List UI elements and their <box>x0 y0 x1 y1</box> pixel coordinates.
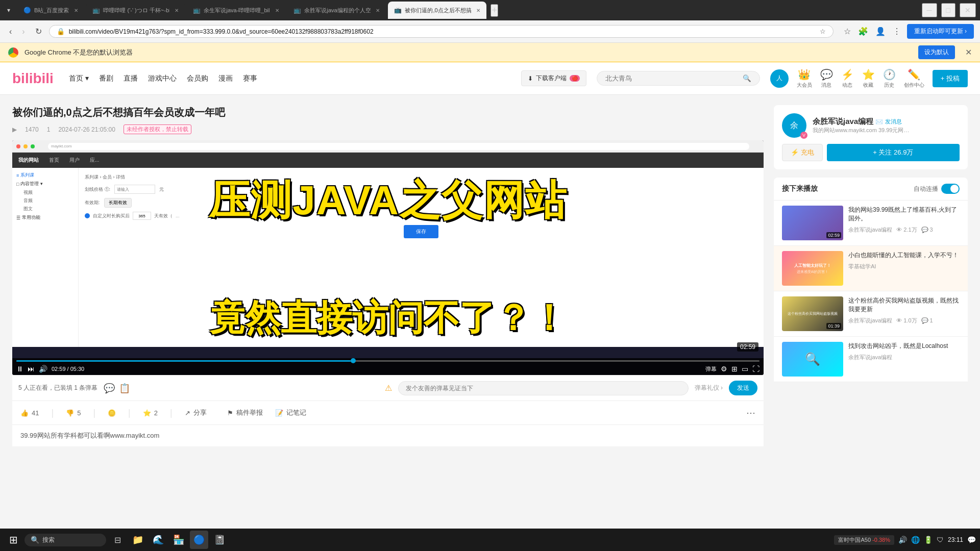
taskbar-file-explorer[interactable]: 📁 <box>129 531 147 549</box>
upload-btn[interactable]: + 投稿 <box>933 70 968 87</box>
play-pause-btn[interactable]: ⏸ <box>16 365 23 373</box>
tab-personal-space[interactable]: 📺 余胜军说java编程的个人空间-... ✕ <box>287 2 386 19</box>
report-btn[interactable]: ⚑ 稿件举报 <box>227 408 263 417</box>
danmu-list-btn[interactable]: 📋 <box>119 383 130 394</box>
email-icon[interactable]: ✉️ <box>875 118 883 126</box>
settings-btn[interactable]: ⚙ <box>721 365 727 373</box>
forward-btn[interactable]: › <box>19 25 28 38</box>
taskbar-chrome-btn[interactable]: 🔵 <box>190 531 208 549</box>
taskbar-icon-security[interactable]: 🛡 <box>937 536 944 544</box>
player-inner[interactable]: mayikt.com 我的网站 首页 用户 应... ≡ 系列课 <box>12 140 764 375</box>
tab-close-btn[interactable]: ✕ <box>275 8 279 13</box>
nav-manga[interactable]: 漫画 <box>218 74 233 83</box>
taskbar-icon-network[interactable]: 🌐 <box>911 536 920 544</box>
tab-close-btn[interactable]: ✕ <box>175 8 179 13</box>
follow-btn[interactable]: + 关注 26.9万 <box>827 144 960 161</box>
address-bar[interactable]: 🔒 bilibili.com/video/BV19m421g763/?spm_i… <box>49 25 834 38</box>
restore-btn[interactable]: □ <box>941 3 955 17</box>
start-btn[interactable]: ⊞ <box>4 531 22 549</box>
extension-btn[interactable]: 🧩 <box>856 24 870 38</box>
tab-bilibili-home[interactable]: 📺 哔哩哔哩 ('-' )つロ 千杯~-bi... ✕ <box>86 2 185 19</box>
rec-item[interactable]: 02:59 我的网站39.99既然上了维基百科,火到了国外。 余胜军说java编… <box>774 201 968 246</box>
notification-center-btn[interactable]: 💬 <box>967 536 976 544</box>
rec-item[interactable]: 这个粉丝高价买我网站盗版视频 01:39 这个粉丝高价买我网站盗版视频，既然找我… <box>774 291 968 337</box>
set-default-btn[interactable]: 设为默认 <box>918 45 955 59</box>
nav-live[interactable]: 直播 <box>124 74 138 83</box>
tab-close-btn[interactable]: ✕ <box>376 8 380 13</box>
new-tab-btn[interactable]: + <box>491 4 498 17</box>
charge-btn[interactable]: ⚡ 充电 <box>782 144 823 161</box>
danmu-input[interactable] <box>398 381 689 395</box>
nav-anime[interactable]: 番剧 <box>99 74 113 83</box>
back-btn[interactable]: ‹ <box>6 25 15 38</box>
tab-favicon: 📺 <box>293 7 301 14</box>
download-client-btn[interactable]: ⬇ 下载客户端 🔴 <box>521 70 586 86</box>
nav-home[interactable]: 首页 ▾ <box>69 74 89 83</box>
fullscreen-btn[interactable]: ⛶ <box>752 365 760 373</box>
dynamic-btn[interactable]: ⚡ 动态 <box>841 68 854 89</box>
creator-btn[interactable]: ✏️ 创作中心 <box>904 68 924 89</box>
search-bar[interactable]: 🔍 <box>597 71 760 86</box>
taskbar-right-area: 富时中国A50 -0.38% 🔊 🌐 🔋 🛡 23:11 💬 <box>834 535 976 545</box>
history-icon: 🕐 <box>883 68 896 81</box>
video-player[interactable]: mayikt.com 我的网站 首页 用户 应... ≡ 系列课 <box>12 140 764 375</box>
video-title: 被你们逼的,0点之后不想搞百年会员改成一年吧 <box>12 105 764 119</box>
like-btn[interactable]: 👍 41 <box>20 409 39 417</box>
search-btn[interactable]: 🔍 <box>743 74 751 82</box>
tab-list-btn[interactable]: ▾ <box>4 6 13 15</box>
taskbar-icon-battery[interactable]: 🔋 <box>924 536 933 544</box>
danmu-toggle-btn[interactable]: 弹幕 <box>705 365 717 373</box>
favorite-btn[interactable]: ⭐ 2 <box>143 409 158 417</box>
star-icon[interactable]: ☆ <box>820 28 826 35</box>
uploader-avatar[interactable]: 余 V <box>782 113 806 138</box>
user-avatar[interactable]: 人 <box>770 69 789 88</box>
favorite-btn[interactable]: ⭐ 收藏 <box>862 68 875 89</box>
progress-dot[interactable] <box>351 358 356 363</box>
toggle-switch[interactable] <box>941 184 960 194</box>
message-btn[interactable]: 💬 消息 <box>820 68 833 89</box>
search-input[interactable] <box>605 74 739 82</box>
bilibili-logo[interactable]: bilibili <box>12 70 54 87</box>
bookmark-btn[interactable]: ☆ <box>842 24 853 38</box>
coin-btn[interactable]: 🪙 <box>108 409 116 417</box>
mini-player-btn[interactable]: ⊞ <box>731 365 738 373</box>
danmu-icon-btn[interactable]: 💬 <box>104 383 115 394</box>
nav-game[interactable]: 游戏中心 <box>148 74 177 83</box>
minimize-btn[interactable]: ─ <box>922 3 937 17</box>
progress-bar[interactable] <box>16 360 760 362</box>
send-message-link[interactable]: 发消息 <box>885 118 902 126</box>
note-btn[interactable]: 📝 记笔记 <box>275 408 306 417</box>
nav-sports[interactable]: 赛事 <box>243 74 257 83</box>
rec-item[interactable]: 人工智能太好玩了！ 进来感受AI的厉害！ 小白也能听懂的人工智能课，入学不亏！ … <box>774 246 968 291</box>
tab-close-btn[interactable]: ✕ <box>74 8 78 13</box>
taskbar-edge-btn[interactable]: 🌊 <box>149 531 167 549</box>
nav-mall[interactable]: 会员购 <box>187 74 208 83</box>
close-btn[interactable]: ✕ <box>960 3 976 17</box>
next-btn[interactable]: ⏭ <box>28 365 35 373</box>
refresh-btn[interactable]: ↻ <box>32 24 45 38</box>
tab-b-search[interactable]: 🔵 B站_百度搜索 ✕ <box>17 2 84 19</box>
close-chrome-bar-btn[interactable]: ✕ <box>965 47 972 57</box>
volume-btn[interactable]: 🔊 <box>39 365 47 373</box>
restart-browser-btn[interactable]: 重新启动即可更新 › <box>907 24 974 39</box>
tab-close-active-btn[interactable]: ✕ <box>476 8 480 13</box>
profile-btn[interactable]: 👤 <box>873 24 888 38</box>
send-danmu-btn[interactable]: 发送 <box>729 381 757 395</box>
danmu-settings-link[interactable]: 弹幕礼仪 › <box>695 384 723 392</box>
share-btn[interactable]: ↗ 分享 <box>185 408 207 417</box>
taskbar-notes-btn[interactable]: 📓 <box>210 531 229 549</box>
theater-btn[interactable]: ▭ <box>742 365 748 373</box>
vip-btn[interactable]: 👑 大会员 <box>797 68 812 89</box>
tab-current-video[interactable]: 📺 被你们逼的,0点之后不想搞百年... ✕ <box>388 2 486 19</box>
more-actions-btn[interactable]: ⋯ <box>746 407 755 418</box>
taskbar-icon-sound[interactable]: 🔊 <box>898 536 907 544</box>
taskbar-windows-store[interactable]: 🏪 <box>169 531 188 549</box>
taskbar-search[interactable]: 🔍 搜索 <box>24 534 106 546</box>
tab-java-space[interactable]: 📺 余生军说java-哔哩哔哩_bilibili ✕ <box>187 2 285 19</box>
auto-play-toggle[interactable]: 自动连播 <box>914 184 960 194</box>
dislike-btn[interactable]: 👎 5 <box>66 409 81 417</box>
menu-btn[interactable]: ⋮ <box>891 24 903 38</box>
taskbar-multitask-btn[interactable]: ⊟ <box>108 531 127 549</box>
history-btn[interactable]: 🕐 历史 <box>883 68 896 89</box>
rec-item[interactable]: 🔍 找到攻击网站凶手，既然是Localhost 余胜军说java编程 <box>774 337 968 382</box>
